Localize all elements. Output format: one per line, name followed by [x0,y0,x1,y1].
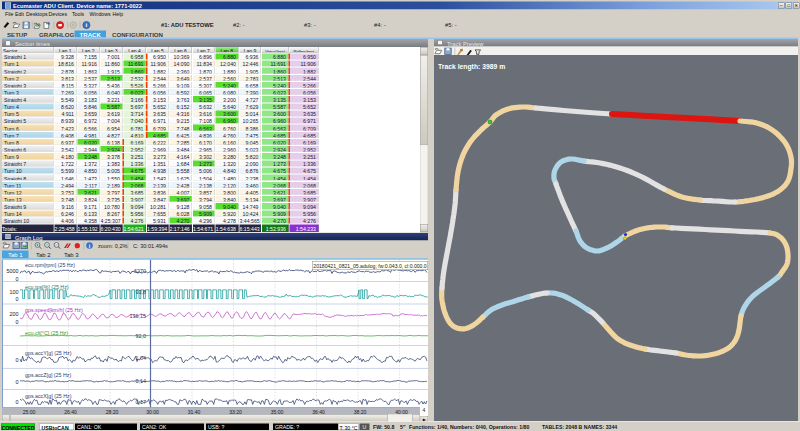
svg-text:i: i [86,21,88,28]
